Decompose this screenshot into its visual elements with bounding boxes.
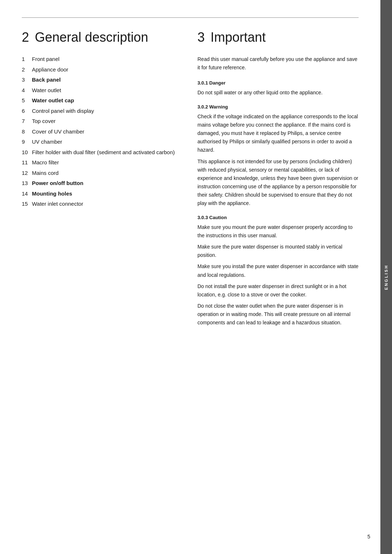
list-item: 7Top cover <box>22 117 176 126</box>
subsection-paragraph: Check if the voltage indicated on the ap… <box>197 112 359 154</box>
list-item: 15Water inlet connector <box>22 200 176 208</box>
right-section-number: 3 <box>197 30 205 45</box>
list-item-number: 5 <box>22 97 32 105</box>
subsections-container: 3.0.1 DangerDo not spill water or any ot… <box>197 80 359 327</box>
right-section-title: 3Important <box>197 29 359 45</box>
subsection-heading: 3.0.2 Warning <box>197 104 359 110</box>
subsection-block: 3.0.3 CautionMake sure you mount the pur… <box>197 215 359 327</box>
list-item-number: 14 <box>22 190 32 198</box>
list-item-text: Appliance door <box>32 66 68 74</box>
columns-container: 2General description 1Front panel2Applia… <box>22 29 359 334</box>
top-rule <box>22 17 359 18</box>
list-item-number: 9 <box>22 138 32 146</box>
intro-text: Read this user manual carefully before y… <box>197 55 359 71</box>
subsection-paragraph: Make sure you install the pure water dis… <box>197 262 359 279</box>
side-tab: ENGLISH <box>380 0 392 554</box>
subsection-paragraph: Make sure you mount the pure water dispe… <box>197 223 359 240</box>
list-item-number: 13 <box>22 179 32 188</box>
right-column: 3Important Read this user manual careful… <box>190 29 359 334</box>
list-item: 1Front panel <box>22 55 176 63</box>
page-container: 2General description 1Front panel2Applia… <box>0 0 392 554</box>
list-item-number: 8 <box>22 128 32 136</box>
list-item: 14Mounting holes <box>22 190 176 198</box>
list-item: 12Mains cord <box>22 169 176 177</box>
subsection-paragraph: Do not spill water or any other liquid o… <box>197 89 359 97</box>
top-rule-right <box>190 17 359 18</box>
left-column: 2General description 1Front panel2Applia… <box>22 29 190 334</box>
list-item: 8Cover of UV chamber <box>22 128 176 136</box>
list-item-text: Water outlet cap <box>32 97 74 105</box>
list-item: 3Back panel <box>22 76 176 84</box>
list-item-text: Front panel <box>32 55 60 63</box>
list-item-text: Water inlet connector <box>32 200 83 208</box>
list-item: 2Appliance door <box>22 66 176 74</box>
list-item-text: Macro filter <box>32 159 59 167</box>
top-rule-left <box>22 17 190 18</box>
subsection-paragraph: This appliance is not intended for use b… <box>197 157 359 208</box>
list-item: 6Control panel with display <box>22 107 176 115</box>
list-item-text: Control panel with display <box>32 107 94 115</box>
main-content: 2General description 1Front panel2Applia… <box>0 0 380 554</box>
subsection-body: Do not spill water or any other liquid o… <box>197 89 359 97</box>
list-item-text: Filter holder with dual filter (sediment… <box>32 148 175 157</box>
subsection-block: 3.0.1 DangerDo not spill water or any ot… <box>197 80 359 97</box>
list-item: 4Water outlet <box>22 86 176 95</box>
subsection-paragraph: Make sure the pure water dispenser is mo… <box>197 243 359 259</box>
list-item-number: 12 <box>22 169 32 177</box>
side-tab-text: ENGLISH <box>384 264 388 290</box>
list-item-number: 4 <box>22 86 32 95</box>
list-item: 11Macro filter <box>22 159 176 167</box>
subsection-heading: 3.0.1 Danger <box>197 80 359 86</box>
list-item-number: 11 <box>22 159 32 167</box>
subsection-heading: 3.0.3 Caution <box>197 215 359 220</box>
list-item-number: 3 <box>22 76 32 84</box>
list-item-text: Back panel <box>32 76 61 84</box>
general-description-list: 1Front panel2Appliance door3Back panel4W… <box>22 55 176 208</box>
subsection-block: 3.0.2 WarningCheck if the voltage indica… <box>197 104 359 208</box>
list-item-text: Mains cord <box>32 169 58 177</box>
subsection-paragraph: Do not install the pure water dispenser … <box>197 282 359 299</box>
list-item: 5Water outlet cap <box>22 97 176 105</box>
list-item-text: Power on/off button <box>32 179 83 188</box>
list-item-number: 2 <box>22 66 32 74</box>
list-item-number: 10 <box>22 148 32 157</box>
list-item-text: Mounting holes <box>32 190 72 198</box>
list-item: 10Filter holder with dual filter (sedime… <box>22 148 176 157</box>
list-item-number: 15 <box>22 200 32 208</box>
page-number: 5 <box>367 534 370 539</box>
list-item-number: 1 <box>22 55 32 63</box>
list-item-number: 6 <box>22 107 32 115</box>
list-item: 9UV chamber <box>22 138 176 146</box>
list-item-text: Top cover <box>32 117 56 126</box>
subsection-body: Make sure you mount the pure water dispe… <box>197 223 359 327</box>
left-section-number: 2 <box>22 30 29 45</box>
list-item-number: 7 <box>22 117 32 126</box>
subsection-body: Check if the voltage indicated on the ap… <box>197 112 359 208</box>
subsection-paragraph: Do not close the water outlet when the p… <box>197 302 359 327</box>
list-item-text: Cover of UV chamber <box>32 128 84 136</box>
left-section-title: 2General description <box>22 29 176 45</box>
list-item-text: UV chamber <box>32 138 62 146</box>
list-item: 13Power on/off button <box>22 179 176 188</box>
list-item-text: Water outlet <box>32 86 61 95</box>
